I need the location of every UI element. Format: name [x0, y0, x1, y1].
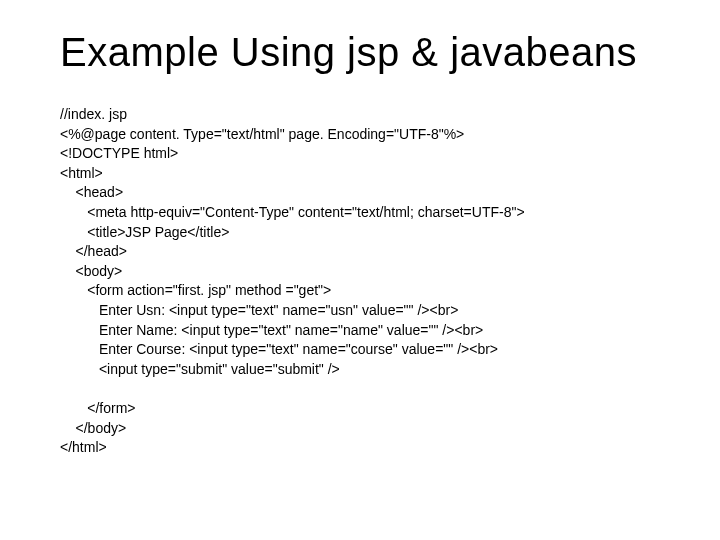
slide-title: Example Using jsp & javabeans	[60, 30, 660, 75]
code-block: //index. jsp <%@page content. Type="text…	[60, 105, 660, 458]
